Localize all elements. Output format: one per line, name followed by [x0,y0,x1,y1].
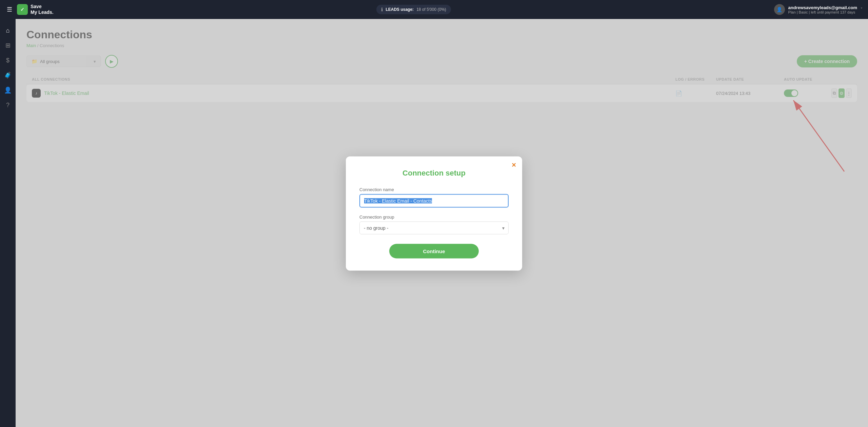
sidebar-item-grid[interactable]: ⊞ [2,39,14,52]
connection-name-label: Connection name [359,187,509,192]
user-details: andrewsavemyleads@gmail.com Plan | Basic… [788,5,857,14]
leads-usage-title: LEADS usage: [386,7,414,12]
connection-setup-modal: × Connection setup Connection name Conne… [346,157,522,271]
user-plan: Plan | Basic | left until payment 137 da… [788,10,857,14]
avatar: 👤 [774,4,785,15]
user-email: andrewsavemyleads@gmail.com [788,5,857,10]
navbar-right: 👤 andrewsavemyleads@gmail.com Plan | Bas… [774,4,863,15]
connection-group-select-wrapper: - no group - Group 1 Group 2 ▾ [359,222,509,235]
sidebar-item-billing[interactable]: $ [2,54,14,66]
sidebar-item-briefcase[interactable]: 🧳 [2,69,14,81]
logo-container: ✓ Save My Leads. [17,4,54,15]
connection-name-input[interactable] [359,194,509,208]
chevron-down-icon[interactable]: ˅ [861,7,863,12]
hamburger-icon[interactable]: ☰ [5,4,14,15]
modal-close-button[interactable]: × [512,161,516,169]
sidebar-item-user[interactable]: 👤 [2,84,14,96]
connection-name-field-group: Connection name [359,187,509,215]
continue-button[interactable]: Continue [389,244,479,259]
sidebar: ⌂ ⊞ $ 🧳 👤 ? [0,19,16,427]
navbar-left: ☰ ✓ Save My Leads. [5,4,54,15]
user-info[interactable]: 👤 andrewsavemyleads@gmail.com Plan | Bas… [774,4,863,15]
logo-text: Save My Leads. [31,4,54,15]
connection-group-select[interactable]: - no group - Group 1 Group 2 [359,222,509,235]
sidebar-item-help[interactable]: ? [2,99,14,111]
connection-group-field-group: Connection group - no group - Group 1 Gr… [359,215,509,235]
navbar: ☰ ✓ Save My Leads. ℹ LEADS usage: 18 of … [0,0,868,19]
leads-usage-badge: ℹ LEADS usage: 18 of 5'000 (0%) [376,5,451,14]
logo-icon: ✓ [17,4,28,15]
info-icon: ℹ [381,7,383,12]
modal-title: Connection setup [359,169,509,178]
leads-usage-count: 18 of 5'000 (0%) [416,7,446,12]
navbar-center: ℹ LEADS usage: 18 of 5'000 (0%) [54,5,774,14]
connection-group-label: Connection group [359,215,509,220]
sidebar-item-home[interactable]: ⌂ [2,24,14,37]
